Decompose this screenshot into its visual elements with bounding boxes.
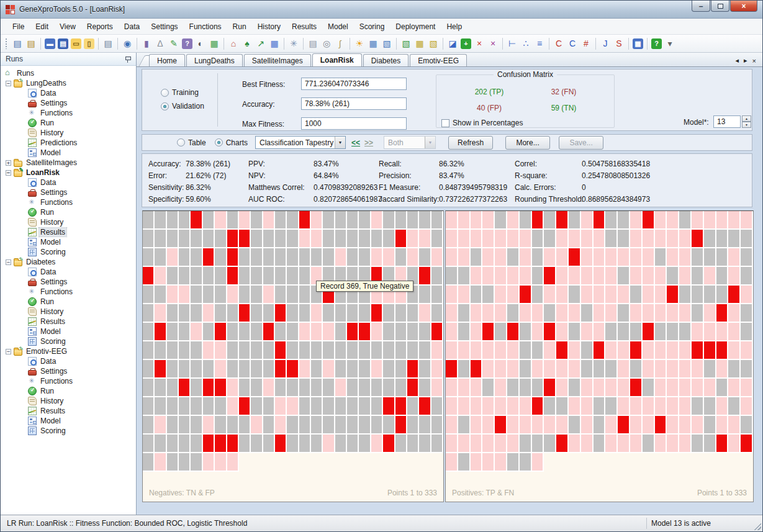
tapestry-cell[interactable]	[239, 230, 251, 248]
tapestry-cell[interactable]	[544, 248, 556, 267]
tapestry-cell[interactable]	[495, 379, 507, 397]
tapestry-cell[interactable]	[618, 416, 630, 435]
tapestry-cell[interactable]	[471, 341, 483, 360]
tapestry-cell[interactable]	[618, 267, 630, 286]
tapestry-cell[interactable]	[556, 304, 569, 323]
tapestry-cell[interactable]	[716, 286, 729, 304]
tapestry-cell[interactable]	[383, 435, 395, 453]
tapestry-cell[interactable]	[335, 248, 347, 267]
tapestry-cell[interactable]	[203, 360, 215, 379]
tapestry-cell[interactable]	[407, 360, 419, 379]
tapestry-cell[interactable]	[239, 267, 251, 286]
tapestry-cell[interactable]	[299, 286, 311, 304]
tapestry-cell[interactable]	[215, 360, 227, 379]
tab-loanrisk[interactable]: LoanRisk	[312, 53, 362, 66]
tapestry-cell[interactable]	[287, 416, 299, 435]
tapestry-cell[interactable]	[569, 323, 581, 341]
tapestry-cell[interactable]	[395, 397, 407, 416]
tapestry-cell[interactable]	[630, 286, 643, 304]
more-button[interactable]: More...	[505, 136, 550, 150]
tapestry-cell[interactable]	[191, 323, 202, 341]
tapestry-cell[interactable]	[605, 323, 618, 341]
tapestry-cell[interactable]	[594, 230, 606, 248]
tapestry-cell[interactable]	[251, 323, 263, 341]
tree-item-run[interactable]: Run	[1, 297, 136, 307]
tapestry-cell[interactable]	[239, 211, 251, 230]
tapestry-cell[interactable]	[618, 248, 630, 267]
tapestry-cell[interactable]	[544, 267, 556, 286]
tapestry-cell[interactable]	[667, 379, 679, 397]
tapestry-cell[interactable]	[227, 267, 239, 286]
compare-data-icon[interactable]: Δ	[154, 37, 166, 50]
tapestry-cell[interactable]	[544, 379, 556, 397]
tapestry-cell[interactable]	[407, 435, 419, 453]
tapestry-cell[interactable]	[155, 323, 166, 341]
tapestry-cell[interactable]	[239, 341, 251, 360]
tapestry-cell[interactable]	[655, 416, 667, 435]
tapestry-cell[interactable]	[741, 323, 753, 341]
tapestry-cell[interactable]	[143, 416, 155, 435]
tapestry-cell[interactable]	[215, 416, 227, 435]
tapestry-cell[interactable]	[728, 304, 741, 323]
tapestry-cell[interactable]	[741, 304, 753, 323]
tapestry-cell[interactable]	[323, 248, 335, 267]
tapestry-cell[interactable]	[482, 397, 495, 416]
tapestry-cell[interactable]	[716, 323, 729, 341]
tapestry-cell[interactable]	[679, 360, 692, 379]
growth-chart-icon[interactable]: ↗	[255, 37, 267, 50]
tapestry-cell[interactable]	[155, 379, 166, 397]
tapestry-cell[interactable]	[679, 323, 692, 341]
tapestry-cell[interactable]	[299, 416, 311, 435]
tree-item-history[interactable]: History	[1, 217, 136, 227]
tapestry-cell[interactable]	[155, 453, 166, 472]
tapestry-cell[interactable]	[143, 453, 155, 472]
tapestry-cell[interactable]	[679, 286, 692, 304]
tapestry-cell[interactable]	[618, 341, 630, 360]
tapestry-cell[interactable]	[581, 416, 594, 435]
minimize-button[interactable]: –	[692, 1, 710, 12]
tapestry-cell[interactable]	[643, 248, 655, 267]
tapestry-cell[interactable]	[203, 379, 215, 397]
tapestry-cell[interactable]	[728, 435, 741, 453]
tapestry-cell[interactable]	[287, 304, 299, 323]
tapestry-cell[interactable]	[556, 360, 569, 379]
scroll-tabs-right-icon[interactable]: ▸	[744, 56, 747, 65]
tapestry-cell[interactable]	[335, 341, 347, 360]
tapestry-cell[interactable]	[520, 341, 532, 360]
tapestry-cell[interactable]	[227, 360, 239, 379]
code-js-icon[interactable]: S	[613, 37, 625, 50]
spin-up-icon[interactable]: ▲	[742, 115, 751, 122]
tree-item-settings[interactable]: Settings	[1, 366, 136, 376]
tapestry-cell[interactable]	[431, 379, 443, 397]
tapestry-cell[interactable]	[471, 435, 483, 453]
tapestry-cell[interactable]	[544, 397, 556, 416]
tapestry-cell[interactable]	[655, 267, 667, 286]
tapestry-cell[interactable]	[482, 416, 495, 435]
tapestry-cell[interactable]	[395, 341, 407, 360]
tapestry-cell[interactable]	[275, 211, 287, 230]
tapestry-cell[interactable]	[395, 323, 407, 341]
tapestry-cell[interactable]	[215, 248, 227, 267]
tree-item-run[interactable]: Run	[1, 207, 136, 217]
open-folder-icon[interactable]: ▭	[71, 38, 81, 49]
tapestry-cell[interactable]	[275, 323, 287, 341]
tapestry-cell[interactable]	[728, 286, 741, 304]
tapestry-cell[interactable]	[203, 211, 215, 230]
tapestry-cell[interactable]	[347, 248, 359, 267]
tapestry-cell[interactable]	[728, 248, 741, 267]
tapestry-cell[interactable]	[692, 304, 704, 323]
tapestry-cell[interactable]	[495, 230, 507, 248]
tapestry-cell[interactable]	[263, 323, 275, 341]
tapestry-cell[interactable]	[471, 304, 483, 323]
settings-gear-icon[interactable]: ◎	[320, 37, 333, 50]
tapestry-cell[interactable]	[458, 435, 471, 453]
tapestry-cell[interactable]	[458, 286, 471, 304]
tapestry-cell[interactable]	[167, 211, 179, 230]
tapestry-cell[interactable]	[594, 323, 606, 341]
new-folder-icon[interactable]: ▯	[84, 38, 94, 49]
tree-item-history[interactable]: History	[1, 396, 136, 406]
tapestry-cell[interactable]	[520, 230, 532, 248]
preview-data-icon[interactable]: ◉	[121, 37, 133, 50]
tapestry-cell[interactable]	[167, 416, 179, 435]
tapestry-cell[interactable]	[155, 341, 166, 360]
